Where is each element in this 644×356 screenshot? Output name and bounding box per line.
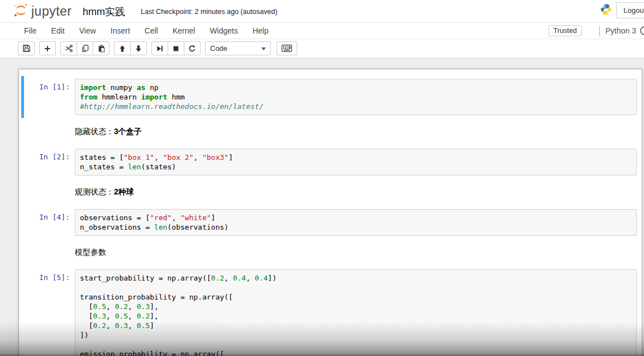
copy-cells-button[interactable] (77, 41, 93, 55)
keyboard-icon (282, 45, 292, 52)
menu-cell[interactable]: Cell (137, 26, 165, 35)
checkpoint-status: Last Checkpoint: 2 minutes ago (autosave… (141, 8, 278, 16)
menu-edit[interactable]: Edit (44, 26, 72, 35)
menubar: File Edit View Insert Cell Kernel Widget… (0, 23, 644, 39)
cell-prompt (19, 127, 75, 136)
cell-prompt: In [4]: (19, 209, 75, 236)
run-cell-button[interactable] (151, 41, 168, 55)
move-cell-down-button[interactable] (130, 41, 147, 55)
code-cell[interactable]: In [1]:import numpy as np from hmmlearn … (19, 76, 642, 118)
cell-prompt (19, 248, 75, 257)
jupyter-logo[interactable]: jupyter (13, 3, 72, 20)
markdown-text: 观测状态：2种球 (75, 187, 134, 197)
code-cell[interactable]: In [4]:observations = ["red", "white"] n… (19, 206, 642, 239)
paste-cells-button[interactable] (93, 41, 109, 55)
insert-cell-below-button[interactable] (39, 41, 56, 55)
notebook-cells: In [1]:import numpy as np from hmmlearn … (19, 76, 642, 356)
trusted-badge[interactable]: Trusted (548, 25, 582, 36)
restart-kernel-button[interactable] (184, 41, 201, 55)
markdown-cell[interactable]: 隐藏状态：3个盒子 (19, 118, 642, 146)
cell-prompt: In [5]: (19, 269, 75, 356)
header: jupyter hmm实践 Last Checkpoint: 2 minutes… (0, 0, 644, 58)
code-input-area[interactable]: states = ["box 1", "box 2", "box3"] n_st… (75, 149, 637, 175)
header-right: Logout (600, 2, 644, 18)
copy-icon (81, 44, 89, 53)
chevron-down-icon (261, 48, 266, 50)
markdown-cell[interactable]: 模型参数 (19, 239, 642, 267)
cell-prompt (19, 187, 75, 197)
code-input-area[interactable]: start_probability = np.array([0.2, 0.4, … (75, 269, 637, 356)
header-top: jupyter hmm实践 Last Checkpoint: 2 minutes… (0, 0, 644, 23)
arrow-down-icon (135, 45, 142, 53)
markdown-text: 模型参数 (75, 248, 106, 257)
jupyter-logo-icon (13, 3, 28, 20)
move-cell-up-button[interactable] (114, 41, 131, 55)
cell-prompt: In [2]: (19, 149, 75, 175)
divider (599, 26, 600, 36)
code-cell[interactable]: In [5]:start_probability = np.array([0.2… (19, 267, 642, 356)
python-logo-icon (600, 3, 612, 18)
cell-prompt: In [1]: (19, 79, 75, 115)
notebook-title[interactable]: hmm实践 (83, 5, 125, 18)
plus-icon (44, 45, 51, 53)
menu-help[interactable]: Help (245, 26, 276, 35)
markdown-cell[interactable]: 观测状态：2种球 (19, 178, 642, 206)
menubar-right: Trusted Python 3 (548, 23, 644, 39)
step-forward-icon (156, 45, 164, 53)
cell-type-dropdown[interactable]: Code (205, 41, 271, 55)
jupyter-logo-text: jupyter (31, 4, 72, 19)
paste-icon (97, 44, 106, 53)
save-button[interactable] (18, 41, 35, 55)
stop-icon (172, 45, 180, 53)
arrow-up-icon (118, 45, 126, 53)
interrupt-kernel-button[interactable] (168, 41, 184, 55)
markdown-text: 隐藏状态：3个盒子 (75, 127, 142, 136)
menu-kernel[interactable]: Kernel (165, 26, 202, 35)
scissors-icon (65, 44, 73, 53)
cell-type-value: Code (210, 44, 227, 53)
code-input-area[interactable]: observations = ["red", "white"] n_observ… (75, 209, 637, 236)
code-cell[interactable]: In [2]:states = ["box 1", "box 2", "box3… (19, 146, 642, 178)
menu-widgets[interactable]: Widgets (202, 26, 245, 35)
toolbar: Code (0, 39, 644, 58)
refresh-icon (188, 45, 196, 53)
logout-button[interactable]: Logout (616, 2, 644, 18)
kernel-name: Python 3 (605, 26, 636, 35)
menu-file[interactable]: File (17, 26, 44, 35)
cut-cells-button[interactable] (60, 41, 77, 55)
notebook-container: In [1]:import numpy as np from hmmlearn … (18, 69, 642, 356)
menu-view[interactable]: View (72, 26, 103, 35)
save-icon (22, 44, 31, 53)
command-palette-button[interactable] (276, 41, 297, 55)
menu-insert[interactable]: Insert (103, 26, 137, 35)
code-input-area[interactable]: import numpy as np from hmmlearn import … (75, 79, 637, 115)
kernel-idle-icon (640, 26, 644, 35)
